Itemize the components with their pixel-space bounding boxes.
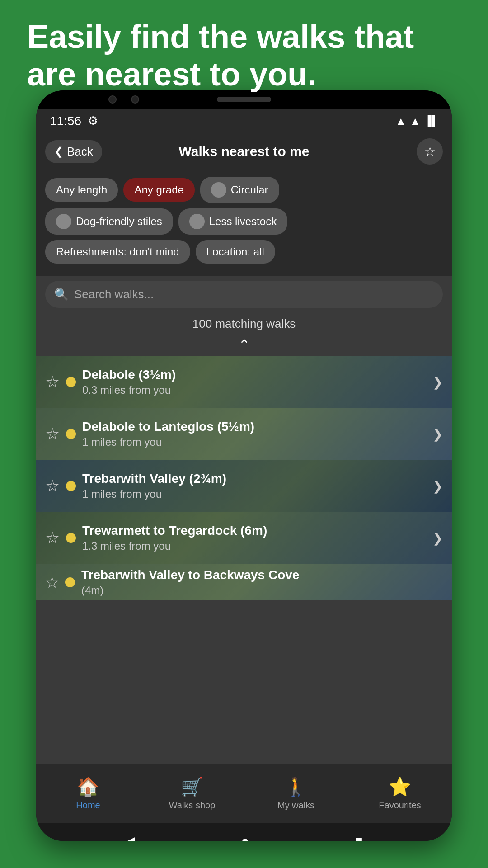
chevron-up-icon: ⌃ [238, 337, 250, 353]
walk-item[interactable]: ☆ Delabole (3½m) 0.3 miles from you ❯ [36, 356, 452, 408]
walk-name-3: Trebarwith Valley (2¾m) [82, 472, 432, 486]
walk-star-5[interactable]: ☆ [45, 573, 59, 591]
walk-star-1[interactable]: ☆ [45, 373, 60, 392]
hero-text: Easily find the walks that are nearest t… [27, 18, 461, 93]
walk-info-3: Trebarwith Valley (2¾m) 1 miles from you [82, 472, 432, 500]
nav-walks-label: My walks [277, 800, 314, 811]
any-length-label: Any length [56, 184, 107, 196]
location-label: Location: all [206, 245, 264, 258]
filter-row-1: Any length Any grade Circular [45, 177, 443, 203]
walk-info-5: Trebarwith Valley to Backways Cove (4m) [81, 568, 443, 597]
walk-info-1: Delabole (3½m) 0.3 miles from you [82, 368, 432, 396]
android-home-button[interactable]: ● [241, 834, 249, 841]
walk-item[interactable]: ☆ Delabole to Lanteglos (5½m) 1 miles fr… [36, 408, 452, 460]
walk-distance-1: 0.3 miles from you [82, 384, 432, 396]
walk-item[interactable]: ☆ Trebarwith Valley to Backways Cove (4m… [36, 564, 452, 600]
walk-distance-5: (4m) [81, 584, 443, 597]
walk-arrow-1: ❯ [432, 375, 443, 390]
walk-distance-4: 1.3 miles from you [82, 540, 432, 552]
walk-star-2[interactable]: ☆ [45, 425, 60, 443]
nav-favourites-label: Favourites [379, 800, 421, 811]
walk-name-2: Delabole to Lanteglos (5½m) [82, 420, 432, 434]
walk-star-4[interactable]: ☆ [45, 528, 60, 547]
app-screen: ❮ Back Walks nearest to me ☆ Any length … [36, 133, 452, 764]
battery-icon: ▐▌ [424, 115, 438, 127]
filter-any-length[interactable]: Any length [45, 178, 118, 202]
walk-item[interactable]: ☆ Trewarmett to Tregardock (6m) 1.3 mile… [36, 512, 452, 564]
walk-arrow-4: ❯ [432, 531, 443, 546]
livestock-toggle [189, 214, 205, 229]
walk-arrow-3: ❯ [432, 479, 443, 494]
android-recent-button[interactable]: ■ [355, 834, 363, 841]
star-icon: ☆ [424, 144, 436, 159]
collapse-chevron[interactable]: ⌃ [36, 334, 452, 356]
favourites-icon: ⭐ [389, 776, 411, 797]
back-chevron-icon: ❮ [54, 145, 63, 158]
nav-item-my-walks[interactable]: 🚶 My walks [244, 772, 348, 815]
walk-dot-3 [66, 481, 76, 491]
walk-item[interactable]: ☆ Trebarwith Valley (2¾m) 1 miles from y… [36, 460, 452, 512]
status-bar: 11:56 ⚙ ▲ ▲ ▐▌ [36, 108, 452, 133]
nav-shop-label: Walks shop [169, 800, 216, 811]
phone-frame: 11:56 ⚙ ▲ ▲ ▐▌ ❮ Back Walks nearest to m… [36, 90, 452, 841]
walk-name-5: Trebarwith Valley to Backways Cove [81, 568, 443, 582]
any-grade-label: Any grade [134, 184, 183, 196]
dog-toggle [56, 214, 71, 229]
android-back-button[interactable]: ◀ [125, 834, 135, 841]
filter-less-livestock[interactable]: Less livestock [178, 208, 287, 235]
wifi-icon: ▲ [395, 115, 406, 127]
nav-item-walks-shop[interactable]: 🛒 Walks shop [140, 772, 244, 815]
filter-row-2: Dog-friendly stiles Less livestock [45, 208, 443, 235]
walk-dot-5 [65, 577, 75, 587]
circular-toggle [211, 182, 226, 198]
walk-info-4: Trewarmett to Tregardock (6m) 1.3 miles … [82, 524, 432, 552]
signal-icon: ▲ [410, 115, 421, 127]
android-nav-bar: ◀ ● ■ [36, 823, 452, 841]
nav-home-label: Home [76, 800, 100, 811]
camera-right [131, 95, 139, 104]
gear-icon[interactable]: ⚙ [88, 114, 98, 128]
filter-area: Any length Any grade Circular Dog-friend… [36, 170, 452, 276]
phone-top-bar [36, 90, 452, 108]
shop-icon: 🛒 [181, 776, 203, 797]
filter-dog-friendly[interactable]: Dog-friendly stiles [45, 208, 173, 235]
walk-name-1: Delabole (3½m) [82, 368, 432, 382]
nav-item-home[interactable]: 🏠 Home [36, 772, 140, 815]
search-placeholder: Search walks... [74, 288, 154, 302]
filter-circular[interactable]: Circular [200, 177, 279, 203]
back-button[interactable]: ❮ Back [45, 140, 102, 163]
results-count: 100 matching walks [36, 312, 452, 334]
walk-arrow-2: ❯ [432, 427, 443, 442]
filter-row-3: Refreshments: don't mind Location: all [45, 240, 443, 264]
home-icon: 🏠 [77, 776, 99, 797]
walks-icon: 🚶 [285, 776, 307, 797]
status-right-icons: ▲ ▲ ▐▌ [395, 115, 438, 127]
bottom-nav: 🏠 Home 🛒 Walks shop 🚶 My walks ⭐ Favouri… [36, 764, 452, 823]
walk-info-2: Delabole to Lanteglos (5½m) 1 miles from… [82, 420, 432, 448]
nav-item-favourites[interactable]: ⭐ Favourites [348, 772, 452, 815]
walk-list: ☆ Delabole (3½m) 0.3 miles from you ❯ ☆ … [36, 356, 452, 600]
circular-label: Circular [231, 184, 268, 196]
camera-left [108, 95, 117, 104]
walk-dot-1 [66, 377, 76, 387]
filter-location[interactable]: Location: all [196, 240, 275, 264]
search-icon: 🔍 [54, 288, 69, 302]
walk-name-4: Trewarmett to Tregardock (6m) [82, 524, 432, 538]
walk-distance-2: 1 miles from you [82, 436, 432, 448]
page-title: Walks nearest to me [179, 144, 310, 159]
filter-any-grade[interactable]: Any grade [123, 178, 194, 202]
walk-star-3[interactable]: ☆ [45, 476, 60, 495]
search-bar[interactable]: 🔍 Search walks... [45, 281, 443, 308]
back-label: Back [67, 145, 93, 159]
walk-dot-4 [66, 533, 76, 543]
phone-speaker [217, 97, 271, 102]
top-nav: ❮ Back Walks nearest to me ☆ [36, 133, 452, 170]
walk-distance-3: 1 miles from you [82, 488, 432, 500]
less-livestock-label: Less livestock [209, 215, 277, 228]
favourite-button[interactable]: ☆ [417, 138, 443, 165]
refreshments-label: Refreshments: don't mind [56, 245, 179, 258]
walk-dot-2 [66, 429, 76, 439]
dog-friendly-label: Dog-friendly stiles [76, 215, 162, 228]
status-time: 11:56 [50, 114, 81, 128]
filter-refreshments[interactable]: Refreshments: don't mind [45, 240, 190, 264]
